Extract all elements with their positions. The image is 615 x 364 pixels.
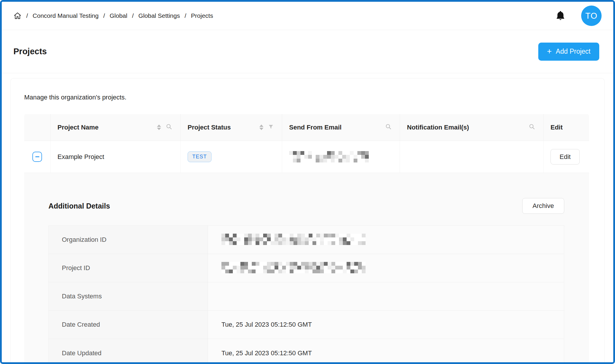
notification-emails-cell xyxy=(400,141,544,173)
notifications-bell-icon[interactable] xyxy=(555,10,565,21)
details-row-date-updated: Date Updated Tue, 25 Jul 2023 05:12:50 G… xyxy=(49,339,564,364)
status-badge: TEST xyxy=(188,151,212,162)
breadcrumb-separator: / xyxy=(185,12,186,19)
details-row-organization-id: Organization ID xyxy=(49,226,564,254)
details-value xyxy=(208,254,564,282)
top-navigation-bar: / Concord Manual Testing / Global / Glob… xyxy=(2,2,613,30)
user-avatar[interactable]: TO xyxy=(581,6,602,26)
column-search-icon[interactable] xyxy=(166,123,172,132)
send-from-email-cell xyxy=(282,141,400,173)
collapse-row-button[interactable] xyxy=(32,152,42,162)
project-status-cell: TEST xyxy=(181,141,282,173)
details-label: Data Systems xyxy=(49,282,208,310)
add-project-label: Add Project xyxy=(556,48,590,55)
archive-button[interactable]: Archive xyxy=(522,198,564,214)
table-header-project-status[interactable]: Project Status xyxy=(181,114,282,141)
redacted-email-value xyxy=(289,151,370,163)
column-label: Send From Email xyxy=(289,124,342,131)
breadcrumb-item-global[interactable]: Global xyxy=(110,12,127,19)
card-description: Manage this organization's projects. xyxy=(11,78,604,114)
details-value xyxy=(208,282,564,310)
column-search-icon[interactable] xyxy=(385,123,392,132)
project-name: Example Project xyxy=(57,153,104,161)
column-label: Project Name xyxy=(57,124,99,131)
table-header-send-from-email[interactable]: Send From Email xyxy=(282,114,400,141)
minus-icon xyxy=(35,156,39,157)
details-label: Organization ID xyxy=(49,226,208,254)
column-label: Project Status xyxy=(188,124,231,131)
breadcrumb-item-projects[interactable]: Projects xyxy=(191,12,213,19)
breadcrumb: / Concord Manual Testing / Global / Glob… xyxy=(13,12,213,20)
table-header-notification-emails[interactable]: Notification Email(s) xyxy=(400,114,544,141)
sort-icon[interactable] xyxy=(259,125,263,130)
app-window: / Concord Manual Testing / Global / Glob… xyxy=(0,0,615,364)
details-value: Tue, 25 Jul 2023 05:12:50 GMT xyxy=(208,311,564,339)
details-table: Organization ID Project ID xyxy=(48,225,564,364)
expanded-row-details: Additional Details Archive Organization … xyxy=(24,173,589,364)
table-header-expand xyxy=(24,114,50,141)
sort-icon[interactable] xyxy=(157,125,161,130)
topbar-actions: TO xyxy=(555,6,602,26)
details-value xyxy=(208,226,564,254)
details-label: Date Updated xyxy=(49,339,208,364)
plus-icon: + xyxy=(547,47,552,55)
projects-table: Project Name Project Status xyxy=(24,114,589,364)
table-header-edit: Edit xyxy=(544,114,589,141)
table-header-row: Project Name Project Status xyxy=(24,114,589,141)
breadcrumb-separator: / xyxy=(132,12,134,19)
column-label: Edit xyxy=(551,124,563,131)
page-content: Manage this organization's projects. Pro… xyxy=(2,73,613,364)
details-label: Project ID xyxy=(49,254,208,282)
details-row-date-created: Date Created Tue, 25 Jul 2023 05:12:50 G… xyxy=(49,311,564,339)
project-name-cell: Example Project xyxy=(50,141,181,173)
details-label: Date Created xyxy=(49,311,208,339)
details-value: Tue, 25 Jul 2023 05:12:50 GMT xyxy=(208,339,564,364)
home-icon[interactable] xyxy=(13,12,22,20)
breadcrumb-item-organization[interactable]: Concord Manual Testing xyxy=(33,12,99,19)
page-title: Projects xyxy=(13,47,47,56)
table-header-project-name[interactable]: Project Name xyxy=(50,114,181,141)
table-row: Example Project TEST Edit xyxy=(24,141,589,173)
page-header: Projects + Add Project xyxy=(2,30,613,73)
redacted-project-id xyxy=(221,262,367,274)
projects-card: Manage this organization's projects. Pro… xyxy=(10,78,605,364)
add-project-button[interactable]: + Add Project xyxy=(538,43,599,61)
redacted-organization-id xyxy=(221,234,367,246)
column-label: Notification Email(s) xyxy=(407,124,469,131)
breadcrumb-separator: / xyxy=(103,12,105,19)
breadcrumb-item-global-settings[interactable]: Global Settings xyxy=(138,12,180,19)
edit-button[interactable]: Edit xyxy=(551,149,580,164)
column-search-icon[interactable] xyxy=(529,123,535,132)
details-row-project-id: Project ID xyxy=(49,254,564,282)
details-title: Additional Details xyxy=(48,202,110,210)
breadcrumb-separator: / xyxy=(26,12,28,19)
details-header: Additional Details Archive xyxy=(48,198,564,214)
column-filter-icon[interactable] xyxy=(268,124,274,131)
edit-cell: Edit xyxy=(544,141,589,173)
details-row-data-systems: Data Systems xyxy=(49,282,564,311)
expand-cell xyxy=(24,141,50,173)
